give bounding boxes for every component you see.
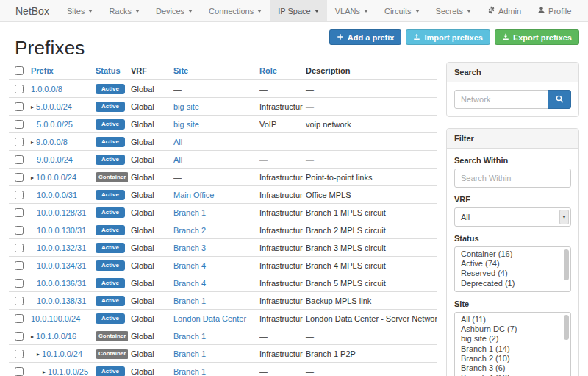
row-checkbox[interactable] — [15, 314, 24, 323]
row-checkbox[interactable] — [15, 208, 24, 217]
row-checkbox[interactable] — [15, 297, 24, 305]
site-link[interactable]: Branch 4 — [173, 279, 206, 288]
row-checkbox[interactable] — [15, 120, 24, 129]
site-option[interactable]: big site (2) — [455, 334, 570, 344]
row-checkbox[interactable] — [15, 191, 24, 199]
site-cell: Branch 1 — [171, 204, 257, 221]
caret-right-icon[interactable]: ▸ — [31, 333, 34, 340]
site-scrollbar[interactable] — [564, 315, 569, 340]
row-checkbox[interactable] — [15, 367, 24, 376]
prefix-link[interactable]: 10.0.0.136/31 — [37, 279, 86, 288]
nav-item-admin[interactable]: Admin — [479, 0, 529, 21]
prefix-link[interactable]: 10.1.0.0/16 — [36, 332, 76, 341]
site-link[interactable]: Branch 1 — [173, 350, 206, 358]
search-within-input[interactable] — [454, 169, 571, 188]
row-checkbox[interactable] — [15, 350, 24, 358]
brand-logo[interactable]: NetBox — [6, 0, 59, 21]
site-link[interactable]: Main Office — [173, 191, 214, 199]
site-link[interactable]: Branch 3 — [173, 244, 206, 252]
row-select-cell — [9, 292, 28, 310]
site-link[interactable]: Branch 1 — [173, 297, 206, 305]
prefix-link[interactable]: 10.0.0.132/31 — [37, 244, 86, 252]
site-link[interactable]: Branch 1 — [173, 367, 206, 376]
column-sort-link[interactable]: Prefix — [31, 66, 54, 75]
site-option[interactable]: Branch 1 (14) — [455, 344, 570, 354]
nav-item-devices[interactable]: Devices — [148, 0, 201, 21]
site-link[interactable]: big site — [173, 120, 199, 129]
status-option[interactable]: Active (74) — [455, 259, 570, 269]
status-option[interactable]: Container (16) — [455, 249, 570, 259]
site-link[interactable]: big site — [173, 102, 199, 111]
caret-right-icon[interactable]: ▸ — [43, 369, 46, 375]
nav-item-sites[interactable]: Sites — [59, 0, 101, 21]
nav-item-profile[interactable]: Profile — [529, 0, 579, 21]
column-header-description: Description — [303, 62, 437, 79]
site-link[interactable]: All — [173, 138, 182, 146]
column-sort-link[interactable]: Site — [173, 66, 188, 75]
status-listbox[interactable]: Container (16)Active (74)Reserved (4)Dep… — [454, 246, 571, 292]
site-option[interactable]: Ashburn DC (7) — [455, 324, 570, 334]
column-sort-link[interactable]: Status — [96, 66, 121, 75]
prefix-link[interactable]: 1.0.0.0/8 — [31, 85, 62, 93]
nav-item-log-out[interactable]: Log out — [579, 0, 588, 21]
row-checkbox[interactable] — [15, 332, 24, 341]
vrf-select[interactable]: All ▼ — [454, 207, 571, 227]
site-link[interactable]: All — [173, 155, 182, 164]
search-panel: Search — [446, 62, 579, 117]
row-checkbox[interactable] — [15, 261, 24, 270]
prefix-link[interactable]: 9.0.0.0/8 — [36, 138, 68, 146]
search-button[interactable] — [548, 90, 571, 109]
nav-item-connections[interactable]: Connections — [201, 0, 270, 21]
status-option[interactable]: Reserved (4) — [455, 269, 570, 278]
prefix-link[interactable]: 10.0.100.0/24 — [31, 314, 80, 323]
prefix-link[interactable]: 9.0.0.0/24 — [37, 155, 73, 164]
row-checkbox[interactable] — [15, 279, 24, 288]
site-option[interactable]: Branch 2 (10) — [455, 354, 570, 363]
row-checkbox[interactable] — [15, 138, 24, 146]
caret-right-icon[interactable]: ▸ — [31, 139, 34, 146]
nav-item-racks[interactable]: Racks — [101, 0, 148, 21]
row-checkbox[interactable] — [15, 85, 24, 93]
search-input[interactable] — [454, 90, 548, 109]
caret-right-icon[interactable]: ▸ — [31, 174, 34, 181]
select-all-checkbox[interactable] — [15, 66, 24, 75]
site-option[interactable]: Branch 3 (6) — [455, 363, 570, 373]
prefix-link[interactable]: 5.0.0.0/25 — [37, 120, 73, 129]
prefix-link[interactable]: 10.1.0.0/25 — [48, 367, 88, 376]
status-cell: Active — [93, 116, 128, 133]
prefix-link[interactable]: 10.0.0.0/31 — [37, 191, 77, 199]
caret-right-icon[interactable]: ▸ — [31, 104, 34, 110]
row-checkbox[interactable] — [15, 155, 24, 164]
prefix-link[interactable]: 10.0.0.130/31 — [37, 226, 86, 235]
status-scrollbar[interactable] — [564, 249, 569, 280]
site-link[interactable]: Branch 1 — [173, 208, 206, 217]
site-link[interactable]: Branch 4 — [173, 261, 206, 270]
nav-item-ip-space[interactable]: IP Space — [270, 0, 326, 21]
row-checkbox[interactable] — [15, 102, 24, 111]
nav-item-secrets[interactable]: Secrets — [428, 0, 479, 21]
site-listbox[interactable]: All (11)Ashburn DC (7)big site (2)Branch… — [454, 312, 571, 376]
prefix-link[interactable]: 10.0.0.0/24 — [36, 173, 76, 182]
row-checkbox[interactable] — [15, 226, 24, 235]
nav-item-circuits[interactable]: Circuits — [376, 0, 428, 21]
status-option[interactable]: Deprecated (1) — [455, 279, 570, 288]
caret-right-icon[interactable]: ▸ — [37, 351, 40, 358]
site-option[interactable]: Branch 4 (12) — [455, 373, 570, 376]
nav-item-vlans[interactable]: VLANs — [327, 0, 376, 21]
prefix-cell: 10.0.0.134/31 — [28, 257, 93, 274]
prefix-link[interactable]: 10.0.0.134/31 — [37, 261, 86, 270]
row-checkbox[interactable] — [15, 244, 24, 252]
site-link[interactable]: Branch 2 — [173, 226, 206, 235]
prefix-link[interactable]: 10.1.0.0/24 — [42, 350, 82, 358]
export-prefixes-button[interactable]: Export prefixes — [495, 29, 579, 45]
site-link[interactable]: Branch 1 — [173, 332, 206, 341]
prefix-link[interactable]: 10.0.0.138/31 — [37, 297, 86, 305]
prefix-link[interactable]: 10.0.0.128/31 — [37, 208, 86, 217]
row-checkbox[interactable] — [15, 173, 24, 182]
site-link[interactable]: London Data Center — [173, 314, 246, 323]
prefix-link[interactable]: 5.0.0.0/24 — [36, 102, 72, 111]
add-a-prefix-button[interactable]: Add a prefix — [329, 29, 402, 45]
import-prefixes-button[interactable]: Import prefixes — [406, 29, 490, 45]
column-sort-link[interactable]: Role — [259, 66, 277, 75]
site-option[interactable]: All (11) — [455, 315, 570, 324]
